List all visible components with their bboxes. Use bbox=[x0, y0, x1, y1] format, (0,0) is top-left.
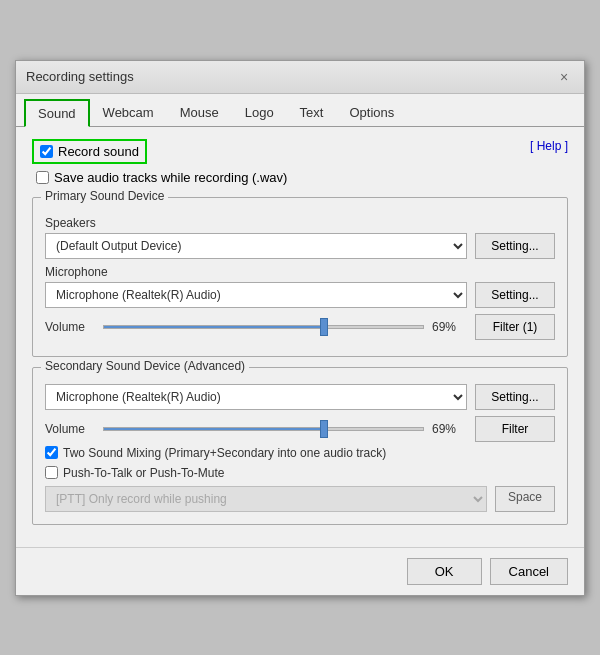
push-to-talk-label: Push-To-Talk or Push-To-Mute bbox=[63, 466, 224, 480]
tab-options[interactable]: Options bbox=[336, 99, 407, 127]
primary-device-group: Primary Sound Device Speakers (Default O… bbox=[32, 197, 568, 357]
dialog-window: Recording settings × Sound Webcam Mouse … bbox=[15, 60, 585, 596]
save-audio-label: Save audio tracks while recording (.wav) bbox=[54, 170, 287, 185]
tab-text[interactable]: Text bbox=[287, 99, 337, 127]
record-sound-highlighted: Record sound bbox=[32, 139, 147, 164]
secondary-microphone-row: Microphone (Realtek(R) Audio) Setting... bbox=[45, 384, 555, 410]
primary-volume-slider[interactable] bbox=[103, 317, 424, 337]
save-audio-row: Save audio tracks while recording (.wav) bbox=[36, 170, 568, 185]
speakers-label: Speakers bbox=[45, 216, 555, 230]
primary-device-label: Primary Sound Device bbox=[41, 189, 168, 203]
secondary-microphone-select[interactable]: Microphone (Realtek(R) Audio) bbox=[45, 384, 467, 410]
dialog-footer: OK Cancel bbox=[16, 547, 584, 595]
tab-sound[interactable]: Sound bbox=[24, 99, 90, 127]
top-row: Record sound [ Help ] bbox=[32, 139, 568, 164]
record-sound-label: Record sound bbox=[58, 144, 139, 159]
secondary-volume-row: Volume 69% Filter bbox=[45, 416, 555, 442]
ok-button[interactable]: OK bbox=[407, 558, 482, 585]
secondary-volume-label: Volume bbox=[45, 422, 95, 436]
ptt-options-row: [PTT] Only record while pushing Space bbox=[45, 486, 555, 512]
tab-content: Record sound [ Help ] Save audio tracks … bbox=[16, 127, 584, 547]
close-button[interactable]: × bbox=[554, 67, 574, 87]
speakers-setting-button[interactable]: Setting... bbox=[475, 233, 555, 259]
save-audio-checkbox[interactable] bbox=[36, 171, 49, 184]
two-sound-mixing-row: Two Sound Mixing (Primary+Secondary into… bbox=[45, 446, 555, 460]
primary-volume-label: Volume bbox=[45, 320, 95, 334]
dialog-title: Recording settings bbox=[26, 69, 134, 84]
help-link[interactable]: [ Help ] bbox=[530, 139, 568, 153]
secondary-filter-button[interactable]: Filter bbox=[475, 416, 555, 442]
two-sound-mixing-label: Two Sound Mixing (Primary+Secondary into… bbox=[63, 446, 386, 460]
secondary-device-label: Secondary Sound Device (Advanced) bbox=[41, 359, 249, 373]
ptt-select[interactable]: [PTT] Only record while pushing bbox=[45, 486, 487, 512]
two-sound-mixing-checkbox[interactable] bbox=[45, 446, 58, 459]
microphone-select[interactable]: Microphone (Realtek(R) Audio) bbox=[45, 282, 467, 308]
tab-bar: Sound Webcam Mouse Logo Text Options bbox=[16, 94, 584, 127]
secondary-setting-button[interactable]: Setting... bbox=[475, 384, 555, 410]
ptt-key: Space bbox=[495, 486, 555, 512]
record-sound-checkbox[interactable] bbox=[40, 145, 53, 158]
title-bar: Recording settings × bbox=[16, 61, 584, 94]
secondary-device-group: Secondary Sound Device (Advanced) Microp… bbox=[32, 367, 568, 525]
secondary-volume-slider[interactable] bbox=[103, 419, 424, 439]
tab-webcam[interactable]: Webcam bbox=[90, 99, 167, 127]
microphone-label: Microphone bbox=[45, 265, 555, 279]
microphone-row: Microphone (Realtek(R) Audio) Setting... bbox=[45, 282, 555, 308]
secondary-volume-pct: 69% bbox=[432, 422, 467, 436]
tab-mouse[interactable]: Mouse bbox=[167, 99, 232, 127]
push-to-talk-checkbox[interactable] bbox=[45, 466, 58, 479]
primary-volume-pct: 69% bbox=[432, 320, 467, 334]
push-to-talk-row: Push-To-Talk or Push-To-Mute bbox=[45, 466, 555, 480]
cancel-button[interactable]: Cancel bbox=[490, 558, 568, 585]
tab-logo[interactable]: Logo bbox=[232, 99, 287, 127]
bottom-checkboxes: Two Sound Mixing (Primary+Secondary into… bbox=[45, 446, 555, 512]
speakers-select[interactable]: (Default Output Device) bbox=[45, 233, 467, 259]
microphone-setting-button[interactable]: Setting... bbox=[475, 282, 555, 308]
primary-filter-button[interactable]: Filter (1) bbox=[475, 314, 555, 340]
primary-volume-row: Volume 69% Filter (1) bbox=[45, 314, 555, 340]
speakers-row: (Default Output Device) Setting... bbox=[45, 233, 555, 259]
